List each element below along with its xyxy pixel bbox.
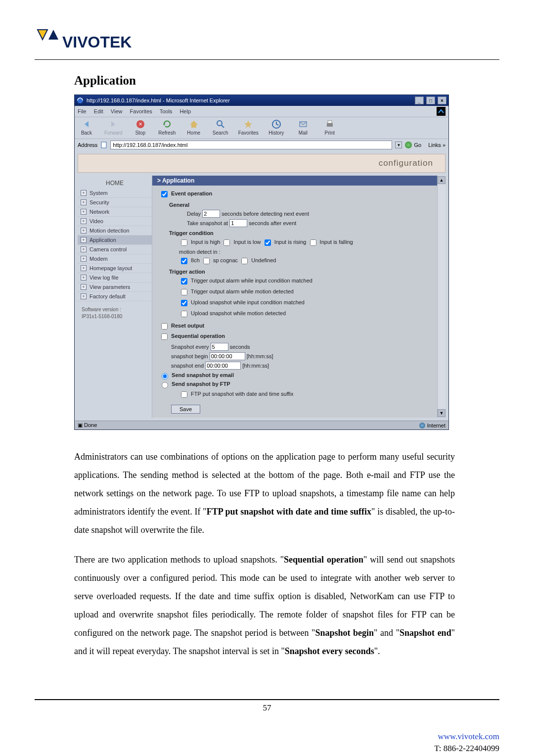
statusbar: ▣ Done Internet [75,421,448,429]
sidebar-item-factory-default[interactable]: +Factory default [78,292,152,301]
sequential-checkbox[interactable] [161,333,168,340]
svg-marker-0 [38,30,47,40]
sidebar-item-modem[interactable]: +Modem [78,254,152,264]
send-ftp-radio[interactable] [162,382,168,388]
sidebar-item-view-parameters[interactable]: +View parameters [78,283,152,292]
sidebar-item-video[interactable]: +Video [78,217,152,226]
expand-icon[interactable]: + [81,237,87,243]
expand-icon[interactable]: + [81,209,87,215]
ta-up-input-checkbox[interactable] [181,300,187,306]
content-scrollbar[interactable]: ▲ ▼ [437,176,445,418]
scroll-up-icon[interactable]: ▲ [438,176,445,184]
expand-icon[interactable]: + [81,190,87,196]
md-cognac-label: sp cognac [213,257,238,263]
refresh-label: Refresh [158,130,176,136]
sidebar-item-motion-detection[interactable]: +Motion detection [78,226,152,236]
snapshot-at-input[interactable] [229,219,247,227]
snap-end-input[interactable] [205,362,241,370]
event-operation-checkbox[interactable] [161,191,168,197]
expand-icon[interactable]: + [81,293,87,299]
ta-out-motion-checkbox[interactable] [181,289,187,295]
search-button[interactable]: Search [212,119,229,136]
sidebar-item-camera-control[interactable]: +Camera control [78,245,152,254]
sidebar-home[interactable]: HOME [78,176,152,189]
reset-output-checkbox[interactable] [161,323,168,330]
menu-file[interactable]: File [78,108,87,114]
tc-rising-checkbox[interactable] [265,239,271,246]
md-cognac-checkbox[interactable] [203,258,210,264]
md-undefined-checkbox[interactable] [241,258,248,264]
save-button[interactable]: Save [171,405,200,414]
window-title: http://192.168.0.187/index.html - Micros… [87,97,230,103]
ie-icon [77,97,84,104]
expand-icon[interactable]: + [81,228,87,234]
sidebar-item-label: Security [89,199,109,205]
snap-end-label: snapshot end [171,363,204,369]
expand-icon[interactable]: + [81,256,87,262]
snap-every-unit: seconds [230,344,250,350]
sidebar-item-label: View parameters [89,284,130,290]
tc-low-checkbox[interactable] [223,239,230,246]
sw-version-label: Software version : [82,307,121,312]
links-label[interactable]: Links » [428,142,445,148]
forward-label: Forward [104,130,123,136]
mail-button[interactable]: Mail [294,119,312,136]
refresh-button[interactable]: Refresh [158,119,176,136]
ta-up-motion-checkbox[interactable] [181,311,187,317]
maximize-button[interactable]: □ [426,96,435,104]
footer-url[interactable]: www.vivotek.com [438,732,500,741]
sidebar-item-label: Factory default [89,293,126,299]
reset-output-label: Reset output [171,323,204,329]
page-footer: www.vivotek.com T: 886-2-22404099 F: 886… [0,731,534,756]
home-label: Home [187,130,200,136]
snapshot-at-label: Take snapshot at [187,220,228,226]
delay-seconds-input[interactable] [202,210,220,218]
minimize-button[interactable]: _ [415,96,424,104]
sidebar-item-homepage-layout[interactable]: +Homepage layout [78,264,152,273]
paragraph-1: Administrators can use combinations of o… [74,448,455,539]
send-email-label: Send snapshot by email [172,372,234,378]
expand-icon[interactable]: + [81,284,87,290]
menu-view[interactable]: View [111,108,123,114]
tc-falling-checkbox[interactable] [310,239,316,246]
home-button[interactable]: Home [185,119,203,136]
titlebar[interactable]: http://192.168.0.187/index.html - Micros… [75,95,448,106]
go-button[interactable]: Go [405,142,421,148]
sidebar-item-view-log-file[interactable]: +View log file [78,273,152,283]
expand-icon[interactable]: + [81,275,87,281]
close-button[interactable]: × [438,96,446,104]
menu-edit[interactable]: Edit [94,108,103,114]
print-button[interactable]: Print [321,119,339,136]
send-email-radio[interactable] [162,373,168,379]
event-operation-label: Event operation [171,190,212,196]
delay-label: Delay [187,211,201,217]
ftp-suffix-checkbox[interactable] [181,391,187,398]
snap-every-input[interactable] [211,343,228,351]
tc-high-checkbox[interactable] [181,239,187,246]
favorites-button[interactable]: Favorites [238,119,259,136]
go-label: Go [414,142,421,148]
sidebar-item-application[interactable]: +Application [78,236,152,245]
stop-button[interactable]: × Stop [132,119,149,136]
md-8ch-checkbox[interactable] [181,258,187,264]
expand-icon[interactable]: + [81,199,87,205]
tc-falling-label: Input is falling [320,239,353,245]
address-input[interactable] [110,141,392,149]
expand-icon[interactable]: + [81,218,87,224]
scroll-down-icon[interactable]: ▼ [438,409,445,417]
menu-help[interactable]: Help [179,108,191,114]
history-button[interactable]: History [267,119,285,136]
expand-icon[interactable]: + [81,265,87,271]
expand-icon[interactable]: + [81,246,87,252]
sidebar-item-network[interactable]: +Network [78,207,152,217]
back-button[interactable]: Back [78,119,95,136]
menu-tools[interactable]: Tools [160,108,173,114]
forward-button[interactable]: Forward [104,119,123,136]
ta-out-input-checkbox[interactable] [181,278,187,284]
menu-favorites[interactable]: Favorites [130,108,152,114]
snap-begin-input[interactable] [210,352,245,360]
sidebar-item-label: Camera control [89,246,127,252]
sidebar-item-system[interactable]: +System [78,189,152,198]
sidebar-item-security[interactable]: +Security [78,198,152,207]
address-dropdown-icon[interactable]: ▼ [395,142,402,148]
